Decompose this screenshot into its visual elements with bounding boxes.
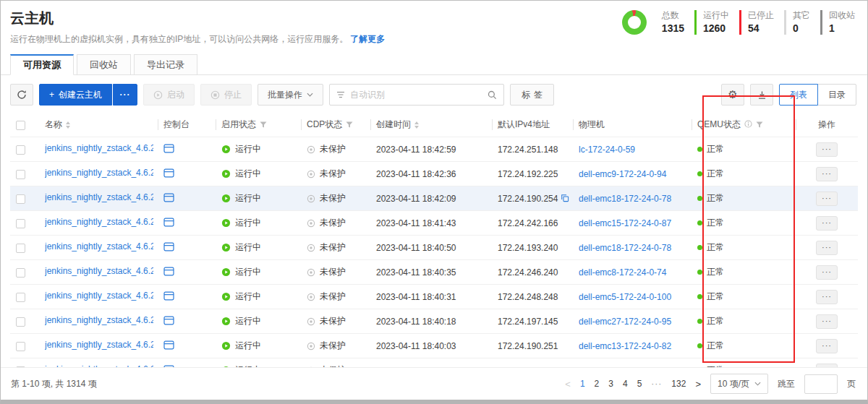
- stat-item: 回收站1: [820, 10, 855, 35]
- row-checkbox[interactable]: [16, 219, 25, 228]
- filter-funnel-icon[interactable]: [346, 121, 353, 128]
- learn-more-link[interactable]: 了解更多: [350, 34, 385, 44]
- row-checkbox[interactable]: [16, 317, 25, 327]
- search-input[interactable]: [350, 90, 482, 100]
- row-checkbox[interactable]: [16, 170, 25, 179]
- jump-to-page-input[interactable]: [804, 374, 838, 394]
- row-actions-button[interactable]: ···: [816, 241, 838, 255]
- page-number-5[interactable]: 5: [637, 379, 642, 389]
- open-console-button[interactable]: [163, 145, 174, 155]
- tab-active[interactable]: 可用资源: [10, 54, 74, 75]
- row-actions-button[interactable]: ···: [816, 216, 838, 231]
- refresh-button[interactable]: [10, 84, 33, 106]
- host-link[interactable]: dell-emc15-172-24-0-87: [579, 218, 671, 228]
- open-console-button[interactable]: [163, 268, 174, 278]
- open-console-button[interactable]: [163, 219, 174, 229]
- open-console-button[interactable]: [163, 194, 174, 205]
- row-actions-button[interactable]: ···: [816, 314, 838, 329]
- view-toggle: 列表 目录: [779, 84, 856, 106]
- start-button[interactable]: 启动: [143, 84, 195, 106]
- select-all-checkbox[interactable]: [16, 121, 25, 130]
- open-console-button[interactable]: [163, 293, 174, 303]
- row-checkbox[interactable]: [16, 268, 25, 278]
- qemu-state-text: 正常: [707, 217, 724, 229]
- console-icon: [163, 193, 174, 202]
- tag-button[interactable]: 标签: [510, 84, 554, 106]
- filter-funnel-icon[interactable]: [260, 121, 267, 128]
- batch-actions-button[interactable]: 批量操作: [258, 84, 323, 106]
- page-number-132[interactable]: 132: [671, 379, 686, 389]
- ipv4-address: 172.24.197.145: [498, 317, 558, 327]
- row-checkbox[interactable]: [16, 194, 25, 204]
- host-link[interactable]: dell-emc27-172-24-0-95: [579, 317, 671, 327]
- host-link[interactable]: lc-172-24-0-59: [579, 145, 635, 155]
- sort-icon[interactable]: [66, 121, 70, 129]
- row-checkbox[interactable]: [16, 293, 25, 302]
- vm-name-link[interactable]: jenkins_nightly_zstack_4.6.21_c79_l...: [45, 192, 153, 202]
- info-icon[interactable]: [744, 120, 752, 128]
- sort-icon[interactable]: [414, 121, 419, 129]
- view-list-option[interactable]: 列表: [779, 84, 818, 106]
- col-header-cdp[interactable]: CDP状态: [307, 119, 342, 129]
- col-header-created[interactable]: 创建时间: [376, 119, 411, 129]
- copy-icon[interactable]: [561, 194, 569, 202]
- host-link[interactable]: dell-emc9-172-24-0-94: [579, 169, 666, 179]
- tab-item[interactable]: 回收站: [77, 54, 131, 75]
- settings-button[interactable]: ⚙: [721, 84, 744, 106]
- search-icon[interactable]: [488, 90, 497, 100]
- host-link[interactable]: dell-emc8-172-24-0-74: [579, 267, 666, 278]
- filter-lines-icon[interactable]: [336, 91, 345, 98]
- vm-name-link[interactable]: jenkins_nightly_zstack_4.6.21_c76_l...: [45, 266, 153, 276]
- next-page-button[interactable]: >: [695, 379, 701, 390]
- vm-name-link[interactable]: jenkins_nightly_zstack_4.6.21_c79_l...: [45, 340, 153, 350]
- col-header-qemu[interactable]: QEMU状态: [697, 119, 741, 129]
- host-link[interactable]: dell-emc18-172-24-0-78: [579, 243, 671, 253]
- console-icon: [163, 267, 174, 276]
- page-number-4[interactable]: 4: [623, 379, 628, 389]
- row-actions-button[interactable]: ···: [816, 167, 838, 181]
- page-number-3[interactable]: 3: [608, 379, 613, 389]
- qemu-ok-dot-icon: [697, 171, 702, 176]
- row-actions-button[interactable]: ···: [816, 142, 838, 157]
- col-header-name[interactable]: 名称: [45, 119, 62, 129]
- qemu-ok-dot-icon: [697, 343, 702, 348]
- stop-button[interactable]: 停止: [200, 84, 252, 106]
- vm-name-link[interactable]: jenkins_nightly_zstack_4.6.21_c76_l...: [45, 168, 153, 178]
- enable-state-text: 运行中: [235, 340, 261, 352]
- row-actions-button[interactable]: ···: [816, 192, 838, 206]
- more-pages-ellipsis[interactable]: ···: [651, 379, 662, 389]
- vm-name-link[interactable]: jenkins_nightly_zstack_4.6.21_c79_l...: [45, 291, 153, 301]
- row-actions-button[interactable]: ···: [816, 265, 838, 280]
- row-checkbox[interactable]: [16, 145, 25, 155]
- row-checkbox[interactable]: [16, 342, 25, 351]
- enable-state-text: 运行中: [235, 241, 261, 254]
- vm-name-link[interactable]: jenkins_nightly_zstack_4.6.21_c79_l...: [45, 143, 153, 153]
- tab-item[interactable]: 导出记录: [134, 54, 197, 75]
- qemu-state-text: 正常: [707, 291, 724, 303]
- page-number-2[interactable]: 2: [595, 379, 600, 389]
- row-actions-button[interactable]: ···: [816, 290, 838, 304]
- create-more-button[interactable]: ···: [113, 84, 137, 106]
- vm-name-link[interactable]: jenkins_nightly_zstack_4.6.21_c79_l...: [45, 241, 153, 252]
- create-vm-button[interactable]: + 创建云主机: [39, 84, 112, 106]
- page-number-1[interactable]: 1: [580, 379, 585, 389]
- prev-page-button[interactable]: <: [565, 379, 571, 390]
- host-link[interactable]: dell-emc13-172-24-0-82: [579, 341, 671, 351]
- host-link[interactable]: dell-emc5-172-24-0-100: [579, 292, 671, 302]
- row-checkbox[interactable]: [16, 244, 25, 253]
- col-header-state[interactable]: 启用状态: [221, 119, 256, 129]
- vm-name-link[interactable]: jenkins_nightly_zstack_4.6.21_c79_l...: [45, 315, 153, 325]
- open-console-button[interactable]: [163, 244, 174, 254]
- page-size-select[interactable]: 10 项/页: [710, 374, 768, 394]
- host-link[interactable]: dell-emc18-172-24-0-78: [579, 194, 671, 204]
- open-console-button[interactable]: [163, 170, 174, 180]
- filter-funnel-icon[interactable]: [756, 121, 763, 128]
- export-button[interactable]: [750, 84, 773, 106]
- view-catalog-option[interactable]: 目录: [817, 84, 856, 106]
- ipv4-address: 172.24.192.225: [498, 169, 558, 179]
- open-console-button[interactable]: [163, 317, 174, 327]
- table-header-row: 名称 控制台 启用状态 CDP状态 创建时间 默认IPv4地址 物理机 QEMU…: [10, 113, 858, 137]
- vm-name-link[interactable]: jenkins_nightly_zstack_4.6.21_c79_l...: [45, 217, 153, 227]
- row-actions-button[interactable]: ···: [816, 339, 838, 353]
- open-console-button[interactable]: [163, 342, 174, 352]
